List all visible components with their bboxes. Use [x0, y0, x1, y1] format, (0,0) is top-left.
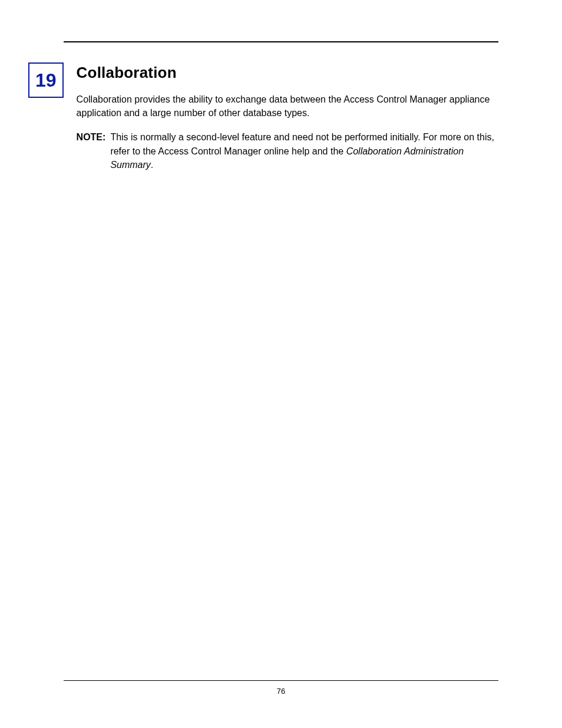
note-text: This is normally a second-level feature … [110, 130, 498, 172]
section-title: Collaboration [77, 64, 498, 82]
page-number: 76 [64, 687, 498, 696]
main-content: Collaboration Collaboration provides the… [77, 62, 498, 172]
note-block: NOTE: This is normally a second-level fe… [77, 130, 498, 172]
lead-paragraph: Collaboration provides the ability to ex… [77, 93, 498, 120]
bottom-horizontal-rule [64, 680, 498, 681]
chapter-number-box: 19 [28, 62, 64, 98]
document-page: 19 Collaboration Collaboration provides … [0, 0, 562, 728]
note-label: NOTE: [77, 130, 111, 172]
top-horizontal-rule [64, 41, 498, 42]
content-row: 19 Collaboration Collaboration provides … [64, 62, 498, 172]
note-text-post: . [151, 160, 153, 170]
page-footer: 76 [64, 680, 498, 696]
